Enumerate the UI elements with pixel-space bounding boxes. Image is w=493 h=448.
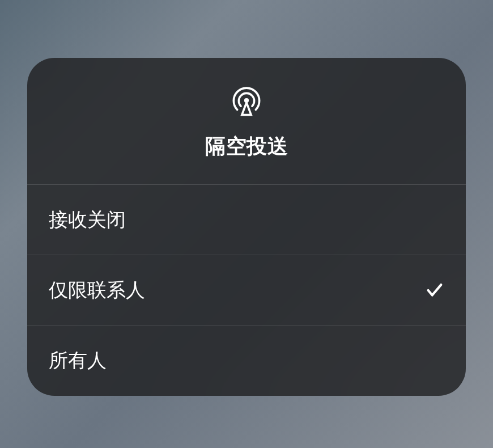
option-label: 仅限联系人 <box>49 277 145 303</box>
airdrop-panel: 隔空投送 接收关闭 仅限联系人 所有人 <box>27 58 466 396</box>
option-everyone[interactable]: 所有人 <box>27 326 466 396</box>
checkmark-icon <box>425 281 444 300</box>
option-label: 所有人 <box>49 348 107 374</box>
airdrop-icon <box>230 85 263 118</box>
panel-header: 隔空投送 <box>27 58 466 185</box>
option-contacts-only[interactable]: 仅限联系人 <box>27 255 466 326</box>
panel-title: 隔空投送 <box>205 133 288 160</box>
option-label: 接收关闭 <box>49 207 126 233</box>
options-list: 接收关闭 仅限联系人 所有人 <box>27 185 466 396</box>
option-receiving-off[interactable]: 接收关闭 <box>27 185 466 255</box>
